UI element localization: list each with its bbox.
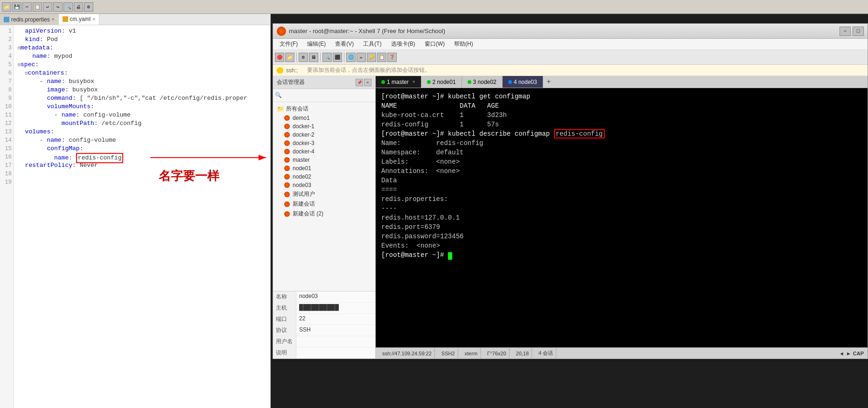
code-line-9: command: [ "/bin/sh","-c","cat /etc/conf… <box>18 94 266 103</box>
xshell-toolbar-icon-4[interactable]: 🖥 <box>309 53 318 62</box>
toolbar-icon-1[interactable]: 📁 <box>2 2 11 12</box>
info-value-username <box>296 336 302 347</box>
position-text: 20,18 <box>516 351 529 356</box>
session-panel: 会话管理器 📌 × 🔍 📁 所有会话 demo1 <box>273 76 376 359</box>
xshell-toolbar-icon-11[interactable]: ❓ <box>387 53 397 62</box>
session-item-docker1[interactable]: docker-1 <box>273 122 375 131</box>
menu-tabs[interactable]: 选项卡(B) <box>386 39 420 49</box>
status-sessions: 4 会话 <box>536 348 556 359</box>
panel-close-btn[interactable]: × <box>364 79 371 86</box>
session-item-node02[interactable]: node02 <box>273 173 375 181</box>
xshell-toolbar-icon-8[interactable]: ✏ <box>357 53 366 62</box>
toolbar-icon-3[interactable]: ✂ <box>22 2 32 12</box>
term-line-13: redis.properties: <box>381 194 862 204</box>
tab-add-button[interactable]: + <box>543 78 554 86</box>
session-group-header[interactable]: 📁 所有会话 <box>273 104 375 114</box>
code-line-10: volumeMounts: <box>18 103 266 111</box>
xshell-toolbar-icon-2[interactable]: 📁 <box>285 53 294 62</box>
session-dot-demo1 <box>284 115 290 121</box>
toolbar-icon-9[interactable]: ⚙ <box>84 2 93 12</box>
toolbar-icon-5[interactable]: ↩ <box>43 2 52 12</box>
xshell-toolbar-icon-9[interactable]: 🔑 <box>367 53 376 62</box>
session-item-testuser[interactable]: 测试用户 <box>273 189 375 199</box>
terminal-tab-node02[interactable]: 3 node02 <box>462 76 503 88</box>
code-line-15: configMap: <box>18 145 266 153</box>
code-line-12: mountPath: /etc/config <box>18 119 266 128</box>
editor-tabs: redis.properties × cm.yaml × <box>0 14 270 25</box>
editor-body: 12345 678910 1112131415 16171819 apiVers… <box>0 25 270 408</box>
toolbar-icon-8[interactable]: 🖨 <box>74 2 83 12</box>
toolbar-icon-7[interactable]: 🔍 <box>63 2 73 12</box>
session-item-docker3[interactable]: docker-3 <box>273 139 375 147</box>
code-editor[interactable]: apiVersion: v1 kind: Pod ⊟metadata: name… <box>14 25 270 408</box>
term-line-8: Labels: <none> <box>381 157 862 166</box>
xshell-toolbar-icon-3[interactable]: ⚙ <box>299 53 308 62</box>
session-label-new2: 新建会话 (2) <box>293 210 323 218</box>
code-line-11: - name: config-volume <box>18 111 266 119</box>
info-label-port: 端口 <box>273 314 296 325</box>
info-value-host: ██████████ <box>296 303 342 313</box>
terminal-tab-node03[interactable]: 4 node03 <box>503 76 543 88</box>
session-dot-new1 <box>284 201 290 207</box>
xshell-title-text: master - root@master:~ - Xshell 7 (Free … <box>289 28 445 35</box>
menu-help[interactable]: 帮助(H) <box>449 39 478 49</box>
toolbar-icon-6[interactable]: ↪ <box>53 2 63 12</box>
terminal-tab-node01[interactable]: 2 node01 <box>421 76 462 88</box>
session-panel-title: 会话管理器 <box>277 78 305 86</box>
session-dot-testuser <box>284 192 290 197</box>
menu-view[interactable]: 查看(V) <box>330 39 358 49</box>
term-line-17: redis.port=6379 <box>381 222 862 232</box>
xshell-toolbar-icon-1[interactable]: 🔴 <box>275 53 284 62</box>
session-item-new2[interactable]: 新建会话 (2) <box>273 209 375 219</box>
maximize-button[interactable]: □ <box>853 27 864 36</box>
size-text: Γ° <box>487 351 492 356</box>
menu-tools[interactable]: 工具(T) <box>358 39 386 49</box>
ssh-path-text: ssh://47.109.24.59:22 <box>382 351 432 356</box>
terminal-tab-master[interactable]: 1 master × <box>376 76 421 88</box>
session-label-master: master <box>293 157 310 163</box>
menu-edit[interactable]: 编辑(E) <box>302 39 330 49</box>
nav-left-icon[interactable]: ◄ <box>839 351 844 356</box>
window-controls: − □ <box>840 27 864 36</box>
session-label-demo1: demo1 <box>293 115 310 121</box>
info-label-protocol: 协议 <box>273 325 296 336</box>
terminal-tabs: 1 master × 2 node01 3 node02 4 node03 + <box>376 76 868 88</box>
session-item-master[interactable]: master <box>273 156 375 164</box>
session-item-demo1[interactable]: demo1 <box>273 114 375 122</box>
session-label-docker3: docker-3 <box>293 140 315 146</box>
term-line-5: [root@master ~]# kubectl describe config… <box>381 129 862 138</box>
session-item-docker4[interactable]: docker-4 <box>273 147 375 156</box>
session-item-node01[interactable]: node01 <box>273 164 375 173</box>
tab-cm-yaml[interactable]: cm.yaml × <box>59 14 100 25</box>
xshell-title-left: master - root@master:~ - Xshell 7 (Free … <box>277 27 445 36</box>
minimize-button[interactable]: − <box>840 27 851 36</box>
xshell-toolbar-icon-5[interactable]: 🔍 <box>322 53 332 62</box>
close-tab-redis[interactable]: × <box>52 17 55 22</box>
status-terminal: xterm <box>462 348 481 359</box>
panel-pin-btn[interactable]: 📌 <box>356 79 363 86</box>
close-tab-yaml[interactable]: × <box>92 17 95 22</box>
session-item-node03[interactable]: node03 <box>273 181 375 189</box>
session-dot-node01 <box>284 166 290 171</box>
term-line-1: [root@master ~]# kubectl get configmap <box>381 92 862 101</box>
tab-redis-properties[interactable]: redis.properties × <box>0 14 59 25</box>
xshell-toolbar-icon-6[interactable]: ⬛ <box>333 53 342 62</box>
code-line-1: apiVersion: v1 <box>18 27 266 35</box>
xshell-toolbar-icon-7[interactable]: 🌐 <box>346 53 356 62</box>
tab-label-node01: 2 node01 <box>433 79 456 85</box>
session-item-new1[interactable]: 新建会话 <box>273 199 375 209</box>
nav-right-icon[interactable]: ► <box>846 351 851 356</box>
code-line-2: kind: Pod <box>18 35 266 44</box>
status-right: ◄ ► CAP <box>839 351 864 356</box>
info-value-port: 22 <box>296 314 308 325</box>
xshell-window: master - root@master:~ - Xshell 7 (Free … <box>273 23 868 359</box>
menu-file[interactable]: 文件(F) <box>275 39 302 49</box>
toolbar-icon-2[interactable]: 💾 <box>12 2 21 12</box>
toolbar-icon-4[interactable]: 📋 <box>33 2 42 12</box>
terminal-content[interactable]: [root@master ~]# kubectl get configmap N… <box>376 88 868 347</box>
session-item-docker2[interactable]: docker-2 <box>273 131 375 139</box>
tab-close-master[interactable]: × <box>413 79 415 84</box>
menu-window[interactable]: 窗口(W) <box>420 39 449 49</box>
sessions-text: 4 会话 <box>539 350 553 357</box>
xshell-toolbar-icon-10[interactable]: 📋 <box>377 53 386 62</box>
